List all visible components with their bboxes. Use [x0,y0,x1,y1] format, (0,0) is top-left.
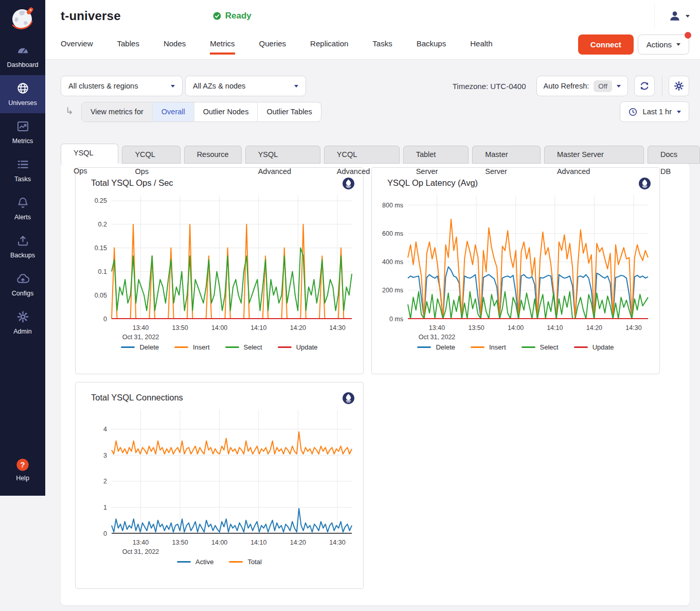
sidebar-item-label: Help [16,475,29,482]
view-metrics-label: View metrics for [82,102,152,121]
legend-item-select[interactable]: Select [522,343,559,351]
legend-swatch [574,346,588,348]
time-range-value: Last 1 hr [643,108,672,116]
rocket-globe-icon [9,5,37,34]
sidebar-item-universes[interactable]: Universes [0,75,45,113]
chart-canvas[interactable]: 0 ms200 ms400 ms600 ms800 ms13:40Oct 31,… [379,189,652,343]
az-node-select[interactable]: All AZs & nodes [185,76,306,96]
metric-tab-docs-db[interactable]: Docs DB [648,146,700,164]
metric-tab-ycql-advanced[interactable]: YCQL Advanced [324,146,400,164]
legend-item-total[interactable]: Total [229,558,261,566]
legend-item-select[interactable]: Select [225,343,262,351]
universe-title: t-universe [61,9,121,23]
nav-tab-overview[interactable]: Overview [61,39,93,55]
admin-icon [16,310,30,325]
legend-label: Total [247,558,261,566]
svg-text:200 ms: 200 ms [382,287,403,294]
metric-tab-ysql-advanced[interactable]: YSQL Advanced [245,146,320,164]
legend-swatch [278,346,292,348]
metric-tab-ysql-ops[interactable]: YSQL Ops [61,144,118,164]
prometheus-icon[interactable] [638,177,651,192]
svg-text:Oct 31, 2022: Oct 31, 2022 [122,334,159,341]
svg-text:0.25: 0.25 [95,197,107,204]
metric-tab-master-server[interactable]: Master Server [472,146,541,164]
svg-text:14:00: 14:00 [211,539,227,546]
nav-tab-queries[interactable]: Queries [259,39,286,55]
legend-item-update[interactable]: Update [278,343,318,351]
sidebar-item-help[interactable]: ? Help [0,451,45,488]
actions-button[interactable]: Actions [638,34,689,55]
svg-text:2: 2 [103,478,107,485]
cluster-region-select[interactable]: All clusters & regions [61,76,183,96]
legend-item-delete[interactable]: Delete [121,343,159,351]
chart-total-ysql-connections: Total YSQL Connections 0123413:40Oct 31,… [75,382,364,589]
svg-text:1: 1 [103,504,107,511]
alerts-icon [16,196,30,211]
view-metrics-option-overall[interactable]: Overall [152,102,194,121]
chevron-down-icon [677,111,681,113]
nav-tab-health[interactable]: Health [470,39,492,55]
chevron-down-icon [686,15,690,18]
svg-text:13:50: 13:50 [468,324,484,331]
series-insert [408,219,648,319]
sidebar-item-label: Backups [10,252,35,259]
nav-tab-replication[interactable]: Replication [310,39,348,55]
dashboard-icon [16,43,30,59]
nav-tab-tasks[interactable]: Tasks [372,39,392,55]
refresh-icon [639,80,650,92]
legend-label: Active [195,558,213,566]
svg-text:14:10: 14:10 [250,539,266,546]
view-metrics-option-outlier-nodes[interactable]: Outlier Nodes [194,102,258,121]
configs-icon [16,272,30,287]
legend-item-insert[interactable]: Insert [471,343,506,351]
chart-total-ysql-ops: Total YSQL Ops / Sec 00.050.10.150.20.25… [75,167,364,374]
legend-item-active[interactable]: Active [177,558,213,566]
legend-item-insert[interactable]: Insert [174,343,210,351]
universe-icon [16,81,30,97]
user-menu[interactable] [654,4,690,28]
legend-swatch [177,561,191,563]
cluster-region-value: All clusters & regions [68,82,138,90]
az-node-value: All AZs & nodes [193,82,245,90]
sidebar-item-configs[interactable]: Configs [0,266,45,304]
chart-canvas[interactable]: 00.050.10.150.20.2513:40Oct 31, 202213:5… [83,189,356,343]
status-text: Ready [225,11,252,21]
nav-tab-nodes[interactable]: Nodes [164,39,186,55]
sidebar-item-dashboard[interactable]: Dashboard [0,37,45,75]
svg-text:13:40: 13:40 [429,324,445,331]
nav-tab-backups[interactable]: Backups [417,39,446,55]
sidebar-item-alerts[interactable]: Alerts [0,189,45,228]
metric-tabs: YSQL OpsYCQL OpsResourceYSQL AdvancedYCQ… [61,146,700,164]
chart-canvas[interactable]: 0123413:40Oct 31, 202213:5014:0014:1014:… [83,404,356,558]
sidebar-item-tasks[interactable]: Tasks [0,151,45,189]
app-logo[interactable] [0,0,45,37]
chart-legend: DeleteInsertSelectUpdate [83,343,356,351]
svg-text:400 ms: 400 ms [382,258,403,266]
nav-tab-tables[interactable]: Tables [117,39,139,55]
metric-tab-resource[interactable]: Resource [184,146,242,164]
metric-tab-tablet-server[interactable]: Tablet Server [403,146,469,164]
legend-item-delete[interactable]: Delete [417,343,455,351]
connect-button[interactable]: Connect [578,34,634,55]
chart-legend: DeleteInsertSelectUpdate [379,343,652,351]
auto-refresh-control[interactable]: Auto Refresh: Off [536,76,628,96]
metric-tab-master-server-advanced[interactable]: Master Server Advanced [544,146,644,164]
metrics-settings-button[interactable] [669,76,689,96]
nav-tab-metrics[interactable]: Metrics [210,39,235,55]
prometheus-icon[interactable] [342,392,355,407]
sidebar-item-label: Admin [13,328,31,335]
legend-item-update[interactable]: Update [574,343,614,351]
view-metrics-option-outlier-tables[interactable]: Outlier Tables [257,102,320,121]
time-range-select[interactable]: Last 1 hr [620,101,689,122]
sidebar-item-admin[interactable]: Admin [0,304,45,342]
metrics-icon [16,119,30,135]
sidebar: DashboardUniversesMetricsTasksAlertsBack… [0,0,45,496]
legend-label: Select [540,343,559,351]
sidebar-item-metrics[interactable]: Metrics [0,113,45,151]
metric-tab-ycql-ops[interactable]: YCQL Ops [122,146,180,164]
chart-ysql-op-latency: YSQL Op Latency (Avg) 0 ms200 ms400 ms60… [371,167,660,374]
refresh-button[interactable] [634,76,655,96]
actions-label: Actions [647,40,672,49]
sidebar-item-backups[interactable]: Backups [0,228,45,266]
svg-text:600 ms: 600 ms [382,230,403,237]
